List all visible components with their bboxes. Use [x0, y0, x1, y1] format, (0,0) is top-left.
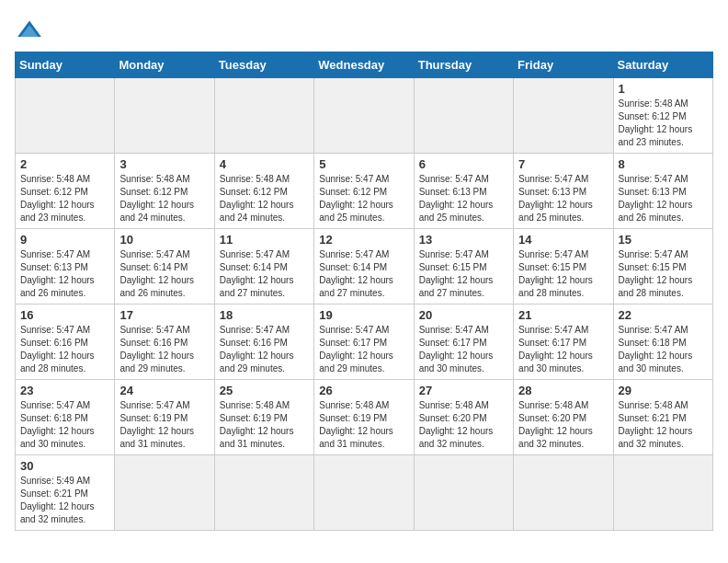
day-info: Sunrise: 5:47 AM Sunset: 6:16 PM Dayligh… [20, 324, 109, 375]
day-cell: 5Sunrise: 5:47 AM Sunset: 6:12 PM Daylig… [314, 154, 414, 229]
day-number: 21 [518, 308, 608, 322]
day-number: 27 [419, 384, 508, 397]
day-info: Sunrise: 5:47 AM Sunset: 6:18 PM Dayligh… [20, 399, 109, 451]
day-number: 15 [619, 233, 708, 247]
day-info: Sunrise: 5:48 AM Sunset: 6:12 PM Dayligh… [220, 173, 309, 224]
day-number: 12 [319, 233, 408, 247]
day-cell: 14Sunrise: 5:47 AM Sunset: 6:15 PM Dayli… [514, 229, 613, 304]
day-number: 18 [220, 308, 309, 322]
day-info: Sunrise: 5:48 AM Sunset: 6:12 PM Dayligh… [619, 98, 708, 149]
day-cell [314, 455, 414, 531]
day-cell: 23Sunrise: 5:47 AM Sunset: 6:18 PM Dayli… [16, 380, 115, 455]
week-row-5: 23Sunrise: 5:47 AM Sunset: 6:18 PM Dayli… [16, 380, 713, 455]
day-cell: 3Sunrise: 5:48 AM Sunset: 6:12 PM Daylig… [115, 154, 214, 229]
day-number: 5 [319, 157, 408, 171]
day-info: Sunrise: 5:48 AM Sunset: 6:21 PM Dayligh… [619, 399, 708, 451]
day-cell [314, 78, 414, 154]
day-number: 14 [518, 233, 608, 247]
day-info: Sunrise: 5:48 AM Sunset: 6:12 PM Dayligh… [119, 173, 209, 224]
day-cell: 9Sunrise: 5:47 AM Sunset: 6:13 PM Daylig… [16, 229, 115, 304]
day-cell: 29Sunrise: 5:48 AM Sunset: 6:21 PM Dayli… [613, 380, 712, 455]
day-info: Sunrise: 5:47 AM Sunset: 6:14 PM Dayligh… [119, 248, 209, 300]
week-row-6: 30Sunrise: 5:49 AM Sunset: 6:21 PM Dayli… [16, 455, 713, 531]
day-cell: 22Sunrise: 5:47 AM Sunset: 6:18 PM Dayli… [613, 304, 712, 380]
day-info: Sunrise: 5:47 AM Sunset: 6:13 PM Dayligh… [619, 173, 708, 224]
day-number: 19 [319, 308, 408, 322]
day-cell: 7Sunrise: 5:47 AM Sunset: 6:13 PM Daylig… [514, 154, 613, 229]
col-header-thursday: Thursday [414, 52, 513, 78]
day-cell: 12Sunrise: 5:47 AM Sunset: 6:14 PM Dayli… [314, 229, 414, 304]
day-info: Sunrise: 5:48 AM Sunset: 6:19 PM Dayligh… [220, 399, 309, 451]
day-number: 8 [619, 157, 708, 171]
day-cell: 10Sunrise: 5:47 AM Sunset: 6:14 PM Dayli… [115, 229, 214, 304]
day-number: 28 [518, 384, 608, 397]
day-info: Sunrise: 5:47 AM Sunset: 6:16 PM Dayligh… [220, 324, 309, 375]
day-info: Sunrise: 5:47 AM Sunset: 6:16 PM Dayligh… [119, 324, 209, 375]
day-info: Sunrise: 5:47 AM Sunset: 6:15 PM Dayligh… [619, 248, 708, 300]
day-cell [115, 78, 214, 154]
day-cell: 28Sunrise: 5:48 AM Sunset: 6:20 PM Dayli… [514, 380, 613, 455]
day-cell [214, 78, 313, 154]
day-info: Sunrise: 5:47 AM Sunset: 6:14 PM Dayligh… [220, 248, 309, 300]
col-header-sunday: Sunday [16, 52, 115, 78]
day-info: Sunrise: 5:48 AM Sunset: 6:19 PM Dayligh… [319, 399, 408, 451]
day-number: 17 [119, 308, 209, 322]
day-cell [514, 78, 613, 154]
day-number: 30 [20, 459, 109, 473]
col-header-friday: Friday [514, 52, 613, 78]
day-number: 6 [419, 157, 508, 171]
day-info: Sunrise: 5:47 AM Sunset: 6:12 PM Dayligh… [319, 173, 408, 224]
day-number: 22 [619, 308, 708, 322]
day-number: 11 [220, 233, 309, 247]
week-row-3: 9Sunrise: 5:47 AM Sunset: 6:13 PM Daylig… [16, 229, 713, 304]
day-cell: 20Sunrise: 5:47 AM Sunset: 6:17 PM Dayli… [414, 304, 513, 380]
day-info: Sunrise: 5:47 AM Sunset: 6:19 PM Dayligh… [119, 399, 209, 451]
day-info: Sunrise: 5:47 AM Sunset: 6:15 PM Dayligh… [518, 248, 608, 300]
week-row-1: 1Sunrise: 5:48 AM Sunset: 6:12 PM Daylig… [16, 78, 713, 154]
day-info: Sunrise: 5:47 AM Sunset: 6:13 PM Dayligh… [419, 173, 508, 224]
day-info: Sunrise: 5:48 AM Sunset: 6:20 PM Dayligh… [419, 399, 508, 451]
day-number: 7 [518, 157, 608, 171]
day-cell [214, 455, 313, 531]
day-info: Sunrise: 5:48 AM Sunset: 6:20 PM Dayligh… [518, 399, 608, 451]
col-header-saturday: Saturday [613, 52, 712, 78]
day-info: Sunrise: 5:47 AM Sunset: 6:13 PM Dayligh… [518, 173, 608, 224]
day-cell [414, 455, 513, 531]
day-info: Sunrise: 5:47 AM Sunset: 6:18 PM Dayligh… [619, 324, 708, 375]
day-cell: 1Sunrise: 5:48 AM Sunset: 6:12 PM Daylig… [613, 78, 712, 154]
day-info: Sunrise: 5:47 AM Sunset: 6:17 PM Dayligh… [419, 324, 508, 375]
col-header-tuesday: Tuesday [214, 52, 313, 78]
day-info: Sunrise: 5:47 AM Sunset: 6:15 PM Dayligh… [419, 248, 508, 300]
day-cell [115, 455, 214, 531]
day-cell: 4Sunrise: 5:48 AM Sunset: 6:12 PM Daylig… [214, 154, 313, 229]
week-row-2: 2Sunrise: 5:48 AM Sunset: 6:12 PM Daylig… [16, 154, 713, 229]
day-cell: 11Sunrise: 5:47 AM Sunset: 6:14 PM Dayli… [214, 229, 313, 304]
day-cell: 6Sunrise: 5:47 AM Sunset: 6:13 PM Daylig… [414, 154, 513, 229]
day-number: 2 [20, 157, 109, 171]
day-number: 4 [220, 157, 309, 171]
day-cell: 19Sunrise: 5:47 AM Sunset: 6:17 PM Dayli… [314, 304, 414, 380]
col-header-monday: Monday [115, 52, 214, 78]
day-info: Sunrise: 5:49 AM Sunset: 6:21 PM Dayligh… [20, 475, 109, 526]
day-cell: 13Sunrise: 5:47 AM Sunset: 6:15 PM Dayli… [414, 229, 513, 304]
day-cell: 16Sunrise: 5:47 AM Sunset: 6:16 PM Dayli… [16, 304, 115, 380]
calendar-table: SundayMondayTuesdayWednesdayThursdayFrid… [15, 52, 713, 531]
logo [15, 15, 48, 44]
day-cell: 30Sunrise: 5:49 AM Sunset: 6:21 PM Dayli… [16, 455, 115, 531]
col-header-wednesday: Wednesday [314, 52, 414, 78]
day-number: 10 [119, 233, 209, 247]
day-number: 23 [20, 384, 109, 397]
day-cell [613, 455, 712, 531]
page-header [15, 15, 713, 44]
day-cell: 18Sunrise: 5:47 AM Sunset: 6:16 PM Dayli… [214, 304, 313, 380]
day-info: Sunrise: 5:47 AM Sunset: 6:17 PM Dayligh… [319, 324, 408, 375]
day-cell: 17Sunrise: 5:47 AM Sunset: 6:16 PM Dayli… [115, 304, 214, 380]
day-cell: 25Sunrise: 5:48 AM Sunset: 6:19 PM Dayli… [214, 380, 313, 455]
day-number: 13 [419, 233, 508, 247]
day-number: 9 [20, 233, 109, 247]
week-row-4: 16Sunrise: 5:47 AM Sunset: 6:16 PM Dayli… [16, 304, 713, 380]
header-row: SundayMondayTuesdayWednesdayThursdayFrid… [16, 52, 713, 78]
day-info: Sunrise: 5:47 AM Sunset: 6:14 PM Dayligh… [319, 248, 408, 300]
day-cell: 27Sunrise: 5:48 AM Sunset: 6:20 PM Dayli… [414, 380, 513, 455]
logo-icon [15, 15, 44, 44]
